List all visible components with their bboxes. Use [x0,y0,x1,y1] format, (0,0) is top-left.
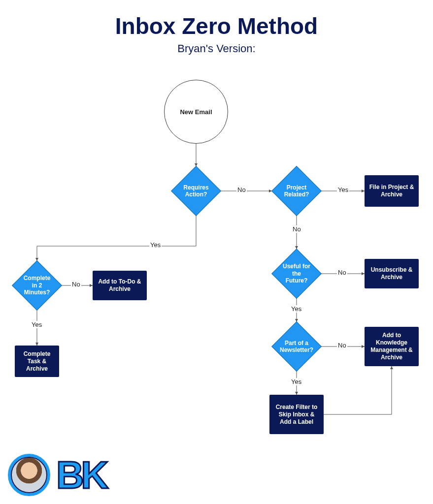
edge-useful-future-no: No [337,269,347,276]
node-start: New Email [164,80,228,144]
node-create-filter-label: Create Filter to Skip Inbox & Add a Labe… [272,404,321,426]
edge-project-related-yes: Yes [337,186,349,193]
edge-part-newsletter-no: No [337,342,347,349]
node-complete-2min-label: Complete in 2 Minutes? [20,268,54,303]
node-unsubscribe: Unsubscribe & Archive [365,259,419,288]
edge-useful-future-yes: Yes [290,305,302,313]
flowchart-canvas: New Email Requires Action? Project Relat… [0,55,433,498]
node-complete-task-label: Complete Task & Archive [18,350,56,373]
node-part-newsletter: Part of a Newsletter? [271,321,322,372]
node-add-todo-label: Add to To-Do & Archive [96,278,144,293]
node-start-label: New Email [180,108,212,116]
node-add-knowledge-label: Add to Knowledge Management & Archive [367,332,416,361]
edge-part-newsletter-yes: Yes [290,378,302,385]
node-unsubscribe-label: Unsubscribe & Archive [367,266,416,281]
node-project-related: Project Related? [271,166,322,216]
node-project-related-label: Project Related? [279,174,314,208]
logo-text: BK [56,456,106,494]
node-requires-action: Requires Action? [171,166,221,216]
page-title: Inbox Zero Method [0,13,433,39]
node-useful-future: Useful for the Future? [271,249,322,299]
node-add-knowledge: Add to Knowledge Management & Archive [365,327,419,366]
page-subtitle: Bryan's Version: [0,42,433,55]
author-logo: BK [8,454,106,496]
node-part-newsletter-label: Part of a Newsletter? [279,329,314,364]
node-requires-action-label: Requires Action? [179,174,213,208]
node-file-project-label: File in Project & Archive [367,184,416,198]
node-complete-2min: Complete in 2 Minutes? [12,260,62,311]
edge-requires-action-no: No [236,186,247,193]
edge-project-related-no: No [292,225,302,233]
node-add-todo: Add to To-Do & Archive [93,271,147,300]
avatar-icon [8,454,50,496]
edge-complete-2min-yes: Yes [31,321,43,328]
node-useful-future-label: Useful for the Future? [279,256,314,291]
node-create-filter: Create Filter to Skip Inbox & Add a Labe… [269,395,324,434]
edge-requires-action-yes: Yes [149,241,162,249]
edge-complete-2min-no: No [71,281,81,288]
node-file-project: File in Project & Archive [365,175,419,207]
node-complete-task: Complete Task & Archive [15,346,59,377]
